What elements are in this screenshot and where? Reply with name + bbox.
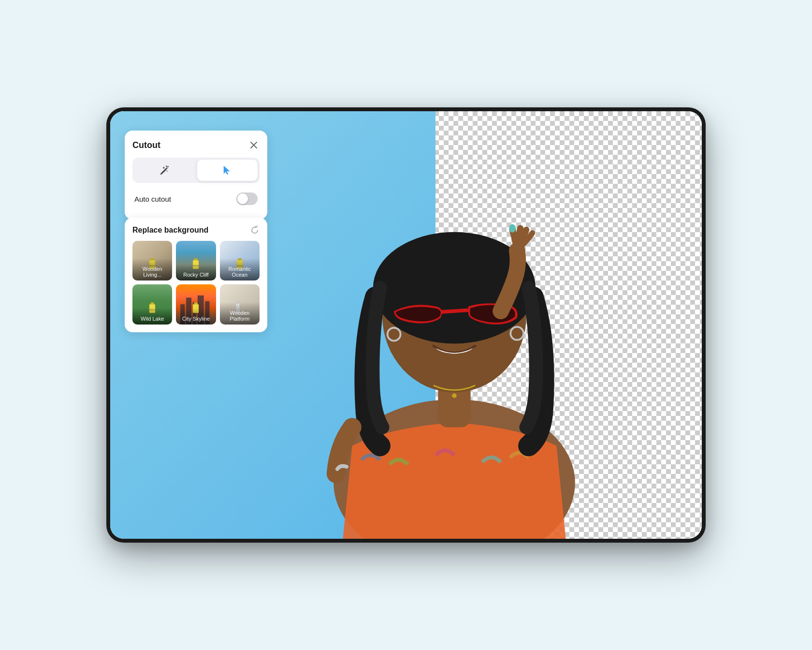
svg-rect-28 — [150, 302, 154, 303]
refresh-icon[interactable] — [250, 225, 260, 235]
tab-magic-wand[interactable] — [134, 160, 195, 181]
panel-title: Cutout — [132, 140, 160, 150]
woman-svg — [207, 111, 702, 539]
svg-point-6 — [452, 393, 457, 398]
auto-cutout-toggle[interactable] — [236, 192, 258, 205]
tab-cursor[interactable] — [197, 160, 258, 181]
bg-item-wooden-platform[interactable]: PARFUM Wooden Platform — [220, 284, 260, 324]
auto-cutout-row: Auto cutout — [132, 190, 260, 208]
bg-item-rocky-cliff[interactable]: PARFUM Rocky Cliff — [176, 241, 216, 281]
svg-point-5 — [509, 224, 515, 232]
bg-item-romantic-ocean[interactable]: PARFUM Romantic Ocean — [220, 241, 260, 281]
magic-wand-icon — [160, 165, 170, 176]
device-frame: Cutout — [106, 107, 706, 543]
bg-item-wooden-living[interactable]: PARFUM Wooden Living... — [132, 241, 172, 281]
replace-bg-panel: Replace background — [125, 218, 267, 332]
bg-item-city-skyline[interactable]: City Skyline — [176, 284, 216, 324]
auto-cutout-label: Auto cutout — [134, 195, 171, 203]
cursor-icon — [222, 165, 232, 176]
device-bezel: Cutout — [106, 107, 706, 543]
bg-label-wooden-platform: Wooden Platform — [220, 302, 260, 325]
svg-rect-19 — [193, 261, 198, 263]
bg-item-wild-lake[interactable]: PARFUM Wild Lake — [132, 284, 172, 324]
svg-rect-39 — [193, 305, 198, 307]
woman-photo — [207, 111, 702, 539]
svg-rect-18 — [194, 258, 198, 259]
replace-bg-header: Replace background — [132, 225, 260, 235]
tool-tabs — [132, 158, 260, 183]
bg-label-rocky-cliff: Rocky Cliff — [176, 264, 216, 281]
device-screen: Cutout — [110, 111, 702, 539]
bg-label-wooden-living: Wooden Living... — [132, 258, 172, 281]
bg-grid: PARFUM Wooden Living... — [132, 241, 260, 325]
svg-line-4 — [440, 310, 468, 312]
bg-label-city-skyline: City Skyline — [176, 308, 216, 325]
cutout-panel: Cutout — [125, 131, 267, 220]
close-button[interactable] — [248, 139, 260, 151]
bg-label-romantic-ocean: Romantic Ocean — [220, 258, 260, 281]
toggle-knob — [237, 193, 248, 204]
replace-bg-title: Replace background — [132, 226, 208, 235]
svg-rect-29 — [150, 305, 155, 307]
svg-rect-38 — [194, 302, 198, 303]
panel-header: Cutout — [132, 139, 260, 151]
bg-label-wild-lake: Wild Lake — [132, 308, 172, 325]
